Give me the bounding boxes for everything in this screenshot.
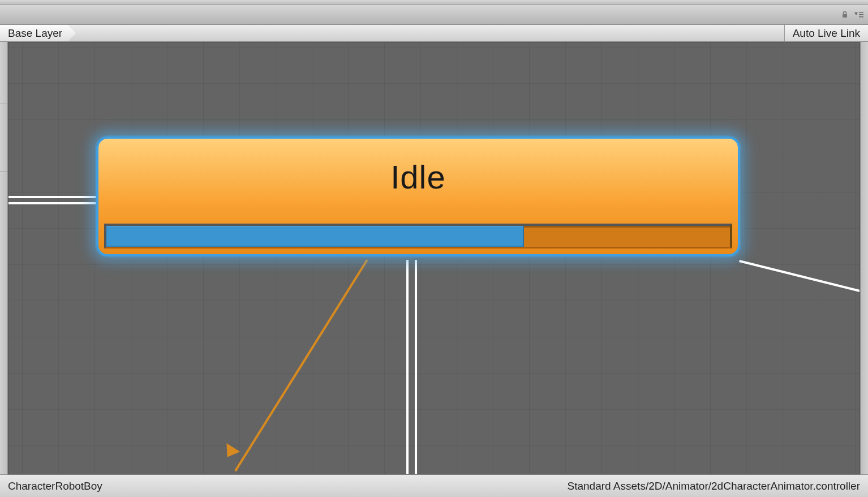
svg-marker-1 [854,12,858,15]
status-object-name: CharacterRobotBoy [8,480,102,492]
transition-line[interactable] [415,260,417,474]
panel-options-icon[interactable] [853,11,863,18]
state-node-idle[interactable]: Idle [96,136,740,256]
animator-graph-canvas[interactable]: Idle [8,42,860,474]
auto-live-link-label: Auto Live Link [793,27,860,40]
svg-rect-4 [859,16,863,18]
svg-rect-2 [859,12,863,13]
transition-line[interactable] [8,196,96,198]
layers-panel-collapsed[interactable] [0,42,8,474]
transition-line[interactable] [8,202,96,204]
window-chrome-top [0,0,868,5]
panel-segment [0,42,7,104]
animator-toolbar [0,5,868,25]
panel-segment [0,104,7,172]
state-node-label: Idle [98,139,738,196]
transition-line-orange[interactable] [234,259,368,472]
breadcrumb-bar: Base Layer Auto Live Link [0,25,868,42]
svg-rect-0 [843,14,847,18]
right-edge-panel [860,42,868,474]
status-asset-path: Standard Assets/2D/Animator/2dCharacterA… [568,480,860,492]
state-progress-track [104,224,732,249]
auto-live-link-toggle[interactable]: Auto Live Link [784,25,868,41]
lock-icon[interactable] [841,11,849,19]
svg-rect-3 [859,14,863,15]
transition-line[interactable] [406,260,409,474]
status-bar: CharacterRobotBoy Standard Assets/2D/Ani… [0,474,868,497]
state-progress-fill [106,226,524,247]
breadcrumb-layer[interactable]: Base Layer [0,25,76,41]
transition-arrowhead-icon [221,443,240,461]
transition-line[interactable] [739,260,860,303]
breadcrumb-label: Base Layer [8,27,62,40]
